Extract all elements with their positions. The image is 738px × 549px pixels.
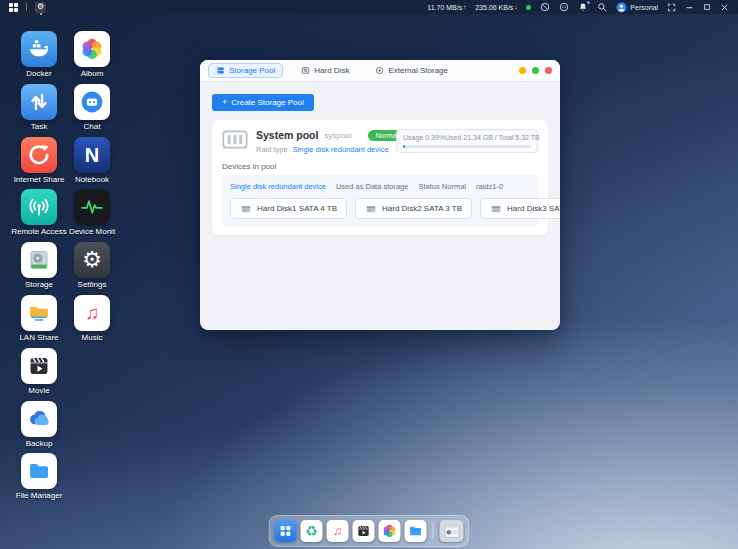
search-icon[interactable] bbox=[597, 2, 607, 12]
desktop-icon-label: Device Monit bbox=[69, 228, 115, 237]
desktop-icon-label: LAN Share bbox=[19, 334, 58, 343]
tab-hard-disk[interactable]: Hard Disk bbox=[293, 63, 357, 78]
maximize-icon[interactable] bbox=[703, 3, 711, 11]
devices-meta-item: Used as Data storage bbox=[336, 182, 409, 191]
dock-music-icon[interactable]: ♫ bbox=[327, 520, 349, 542]
window-close-dot[interactable] bbox=[545, 67, 552, 74]
tab-label: External Storage bbox=[388, 66, 448, 75]
minimize-icon[interactable] bbox=[685, 3, 694, 12]
assistant-icon[interactable] bbox=[559, 2, 569, 12]
pool-titles: System pool syspool Normal Raid type Sin… bbox=[256, 129, 396, 154]
window-controls bbox=[519, 67, 552, 74]
devices-meta-item: raidz1-0 bbox=[476, 182, 503, 191]
plus-icon: + bbox=[222, 98, 227, 107]
backup-icon bbox=[21, 401, 57, 437]
chat-icon bbox=[74, 84, 110, 120]
storage-icon bbox=[21, 242, 57, 278]
window-minimize-dot[interactable] bbox=[519, 67, 526, 74]
user-name-label: Personal bbox=[630, 4, 658, 11]
pool-header: System pool syspool Normal Raid type Sin… bbox=[222, 129, 538, 154]
window-tab-list: Storage PoolHard DiskExternal Storage bbox=[208, 63, 456, 78]
file-manager-icon bbox=[21, 453, 57, 489]
upload-arrow-icon: ↑ bbox=[463, 4, 466, 10]
capacity-label: Used 21.34 GB / Total 5.32 TB bbox=[445, 134, 540, 141]
devices-meta-item: Status Normal bbox=[418, 182, 466, 191]
devices-meta-item[interactable]: Single disk redundant device bbox=[230, 182, 326, 191]
desktop-icon-chat[interactable]: Chat bbox=[66, 84, 118, 132]
disk-chip-hard-disk1-sata-4-tb[interactable]: Hard Disk1 SATA 4 TB bbox=[230, 198, 347, 219]
dock-app-center-icon[interactable] bbox=[275, 520, 297, 542]
desktop-icon-lan-share[interactable]: LAN Share bbox=[13, 295, 65, 343]
task-icon bbox=[21, 84, 57, 120]
desktop-icon-task[interactable]: Task bbox=[13, 84, 65, 132]
desktop-icon-label: Internet Share bbox=[14, 176, 65, 185]
tab-storage-pool[interactable]: Storage Pool bbox=[208, 63, 283, 78]
lan-share-icon bbox=[21, 295, 57, 331]
desktop-icon-settings[interactable]: ⚙Settings bbox=[66, 242, 118, 290]
storage-pool-icon bbox=[216, 66, 225, 75]
hard-disk-icon bbox=[301, 66, 310, 75]
window-content: + Create Storage Pool System pool syspoo… bbox=[200, 82, 560, 244]
taskbar: ⚙ 11.70 MB/s↑ 235.06 KB/s↓ Personal bbox=[0, 0, 738, 14]
launcher-grid-icon[interactable] bbox=[9, 3, 18, 12]
dock-running-items bbox=[440, 520, 464, 542]
desktop-icon-storage[interactable]: Storage bbox=[13, 242, 65, 290]
desktop-icon-music[interactable]: ♫Music bbox=[66, 295, 118, 343]
create-storage-pool-button[interactable]: + Create Storage Pool bbox=[212, 94, 314, 111]
network-upload-speed: 11.70 MB/s↑ bbox=[427, 4, 466, 11]
internet-share-icon bbox=[21, 137, 57, 173]
desktop-icon-label: Remote Access bbox=[11, 228, 67, 237]
storage-pool-card: System pool syspool Normal Raid type Sin… bbox=[212, 120, 548, 235]
desktop-icon-backup[interactable]: Backup bbox=[13, 401, 65, 449]
dock-pinned-items: ♻♫ bbox=[275, 520, 427, 542]
storage-app-window: Storage PoolHard DiskExternal Storage + … bbox=[200, 60, 560, 330]
storage-pool-array-icon bbox=[222, 130, 248, 153]
notification-bell-icon[interactable] bbox=[578, 2, 588, 12]
desktop-icon-remote-access[interactable]: Remote Access bbox=[13, 189, 65, 237]
desktop-icon-device-monit[interactable]: Device Monit bbox=[66, 189, 118, 237]
network-download-speed: 235.06 KB/s↓ bbox=[475, 4, 517, 11]
desktop-icon-label: Task bbox=[31, 123, 47, 132]
tab-label: Hard Disk bbox=[314, 66, 349, 75]
desktop-icon-file-manager[interactable]: File Manager bbox=[13, 453, 65, 501]
desktop-column-1: DockerTaskInternet ShareRemote AccessSto… bbox=[13, 31, 65, 506]
window-maximize-dot[interactable] bbox=[532, 67, 539, 74]
dock-file-manager-icon[interactable] bbox=[405, 520, 427, 542]
status-dot bbox=[526, 5, 531, 10]
active-app-icon[interactable]: ⚙ bbox=[35, 2, 46, 13]
devices-panel: Single disk redundant deviceUsed as Data… bbox=[222, 175, 538, 226]
dock-movie-icon[interactable] bbox=[353, 520, 375, 542]
settings-icon: ⚙ bbox=[74, 242, 110, 278]
desktop-icon-label: Storage bbox=[25, 281, 53, 290]
desktop-icon-label: Album bbox=[81, 70, 104, 79]
movie-icon bbox=[21, 348, 57, 384]
raid-type-link[interactable]: Single disk redundant device bbox=[293, 145, 389, 154]
raid-type-label: Raid type bbox=[256, 145, 288, 154]
desktop-icon-internet-share[interactable]: Internet Share bbox=[13, 137, 65, 185]
desktop-icon-album[interactable]: Album bbox=[66, 31, 118, 79]
remote-access-icon bbox=[21, 189, 57, 225]
user-menu[interactable]: Personal bbox=[616, 2, 658, 13]
desktop-icon-label: Music bbox=[82, 334, 103, 343]
disk-chip-hard-disk2-sata-3-tb[interactable]: Hard Disk2 SATA 3 TB bbox=[355, 198, 472, 219]
dock-storage-window-preview[interactable] bbox=[440, 520, 464, 542]
disk-chip-hard-disk3-sata-3-tb[interactable]: Hard Disk3 SATA 3 TB bbox=[480, 198, 560, 219]
desktop-icon-movie[interactable]: Movie bbox=[13, 348, 65, 396]
desktop-column-2: AlbumChatNNotebookDevice Monit⚙Settings♫… bbox=[66, 31, 118, 506]
pool-alias: syspool bbox=[324, 131, 351, 140]
usage-progress-track bbox=[403, 145, 531, 148]
disk-label: Hard Disk2 SATA 3 TB bbox=[382, 204, 462, 213]
desktop-icon-grid: DockerTaskInternet ShareRemote AccessSto… bbox=[13, 31, 118, 506]
tab-label: Storage Pool bbox=[229, 66, 275, 75]
desktop-icon-label: Notebook bbox=[75, 176, 109, 185]
dock-album-icon[interactable] bbox=[379, 520, 401, 542]
dnd-icon[interactable] bbox=[540, 2, 550, 12]
hard-disk-drive-icon bbox=[365, 203, 377, 215]
close-icon[interactable] bbox=[720, 3, 729, 12]
desktop-icon-notebook[interactable]: NNotebook bbox=[66, 137, 118, 185]
desktop-icon-docker[interactable]: Docker bbox=[13, 31, 65, 79]
dock-trash-icon[interactable]: ♻ bbox=[301, 520, 323, 542]
fullscreen-icon[interactable] bbox=[667, 3, 676, 12]
notification-badge-dot bbox=[587, 1, 590, 4]
tab-external-storage[interactable]: External Storage bbox=[367, 63, 456, 78]
